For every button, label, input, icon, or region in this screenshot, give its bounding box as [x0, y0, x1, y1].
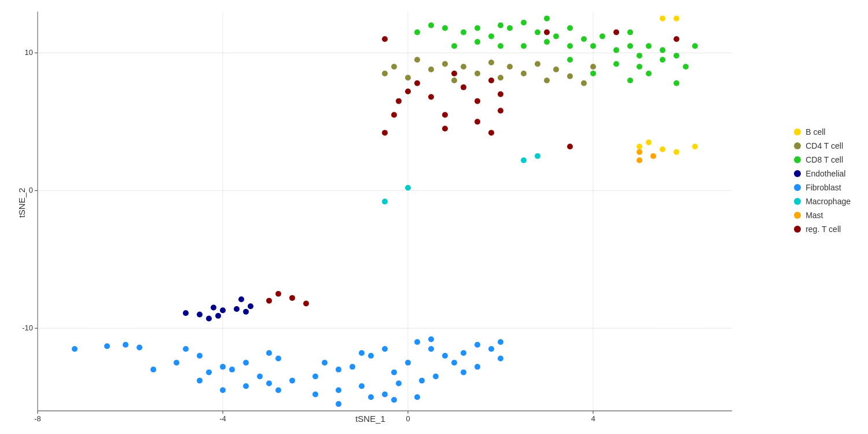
legend-dot	[794, 170, 801, 177]
legend-label: Macrophage	[806, 197, 851, 206]
legend-dot	[794, 184, 801, 191]
legend-dot	[794, 156, 801, 163]
legend-label: CD4 T cell	[806, 141, 843, 150]
legend-dot	[794, 212, 801, 219]
legend-label: reg. T cell	[806, 225, 841, 234]
legend-dot	[794, 128, 801, 135]
legend-item-endothelial: Endothelial	[794, 169, 851, 178]
y-axis-label: tSNE_2	[7, 0, 37, 405]
chart-container: tSNE_1 tSNE_2 B cellCD4 T cellCD8 T cell…	[0, 0, 868, 434]
legend-dot	[794, 226, 801, 233]
legend-item-mast: Mast	[794, 211, 851, 220]
legend-label: Mast	[806, 211, 823, 220]
legend-label: Endothelial	[806, 169, 845, 178]
legend: B cellCD4 T cellCD8 T cellEndothelialFib…	[794, 127, 851, 234]
legend-label: CD8 T cell	[806, 155, 843, 164]
legend-item-cd4-t-cell: CD4 T cell	[794, 141, 851, 150]
legend-item-b-cell: B cell	[794, 127, 851, 137]
legend-dot	[794, 142, 801, 149]
legend-label: B cell	[806, 127, 825, 137]
x-axis-label: tSNE_1	[0, 414, 741, 424]
scatter-plot	[0, 0, 868, 434]
legend-item-macrophage: Macrophage	[794, 197, 851, 206]
legend-item-cd8-t-cell: CD8 T cell	[794, 155, 851, 164]
legend-dot	[794, 198, 801, 205]
legend-item-fibroblast: Fibroblast	[794, 183, 851, 192]
legend-label: Fibroblast	[806, 183, 841, 192]
legend-item-reg.-t-cell: reg. T cell	[794, 225, 851, 234]
